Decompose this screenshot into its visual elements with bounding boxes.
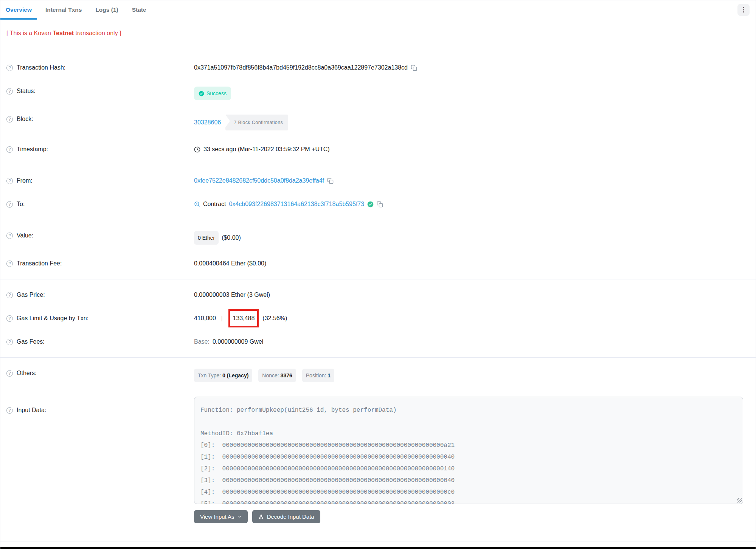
nonce-badge: Nonce: 3376 [258,369,296,382]
help-icon[interactable]: ? [6,407,13,414]
resize-handle-icon[interactable] [737,498,742,502]
to-contract-prefix: Contract [203,200,226,209]
help-icon[interactable]: ? [6,116,13,123]
help-icon[interactable]: ? [6,339,13,345]
row-label-group: ? Timestamp: [6,145,194,154]
testnet-warning: [ This is a Kovan Testnet transaction on… [0,19,756,48]
kebab-menu-button[interactable]: ⋮ [737,4,750,16]
row-label-group: ? Value: [6,231,194,240]
divider [0,52,756,52]
row-others: ? Others: Txn Type: 0 (Legacy) Nonce: 33… [0,361,756,389]
row-block: ? Block: 30328606 7 Block Confirmations [0,107,756,138]
help-icon[interactable]: ? [6,146,13,153]
gas-limit-usage-label: Gas Limit & Usage by Txn: [17,314,88,323]
timestamp-value: 33 secs ago (Mar-11-2022 03:59:32 PM +UT… [203,145,330,154]
status-label: Status: [17,87,36,96]
row-from: ? From: 0xfee7522e8482682cf50ddc50a0f8da… [0,169,756,192]
nonce-badge-label: Nonce: [262,372,279,378]
row-label-group: ? Transaction Hash: [6,63,194,72]
copy-icon [377,201,383,208]
tab-overview[interactable]: Overview [0,0,37,19]
status-badge: Success [194,87,231,100]
gas-fees-base-value: 0.000000009 Gwei [213,337,263,346]
row-input-data: ? Input Data: Function: performUpkeep(ui… [0,389,756,530]
copy-button[interactable] [327,178,334,184]
check-circle-icon [199,91,204,96]
tab-logs-label: Logs (1) [95,6,118,13]
nonce-badge-value: 3376 [281,372,292,378]
verified-check-icon [367,201,374,208]
block-confirmations-badge: 7 Block Confirmations [225,115,288,130]
help-icon[interactable]: ? [6,88,13,95]
view-input-as-label: View Input As [200,513,234,520]
row-status: ? Status: Success [0,79,756,107]
copy-button[interactable] [377,201,383,208]
help-icon[interactable]: ? [6,370,13,377]
transaction-hash-label: Transaction Hash: [17,63,65,72]
row-value: 30328606 7 Block Confirmations [194,115,750,130]
divider [0,541,756,541]
input-data-actions: View Input As Decode Input Data [194,510,743,523]
row-value: Base: 0.000000009 Gwei [194,337,750,346]
help-icon[interactable]: ? [6,178,13,184]
row-label-group: ? To: [6,200,194,209]
gas-fees-base-label: Base: [194,337,210,346]
timestamp-label: Timestamp: [17,145,48,154]
row-value: Txn Type: 0 (Legacy) Nonce: 3376 Positio… [194,369,750,382]
from-address-link[interactable]: 0xfee7522e8482682cf50ddc50a0f8da2a39effa… [194,176,324,185]
view-input-as-button[interactable]: View Input As [194,510,248,523]
divider [0,165,756,165]
divider [0,279,756,279]
position-badge-value: 1 [328,372,331,378]
row-value-amount: ? Value: 0 Ether ($0.00) [0,224,756,252]
help-icon[interactable]: ? [6,261,13,267]
tab-state[interactable]: State [127,0,152,19]
row-value: 0.000400464 Ether ($0.00) [194,259,750,268]
help-icon[interactable]: ? [6,315,13,322]
row-transaction-hash: ? Transaction Hash: 0x371a51097fb78df856… [0,56,756,79]
transaction-details-card: Overview Internal Txns Logs (1) State ⋮ … [0,0,756,549]
row-value: Contract 0x4cb093f226983713164a62138c3f7… [194,200,750,209]
row-gas-fees: ? Gas Fees: Base: 0.000000009 Gwei [0,330,756,354]
tab-bar: Overview Internal Txns Logs (1) State ⋮ [0,0,756,19]
block-number-link[interactable]: 30328606 [194,118,221,127]
help-icon[interactable]: ? [6,65,13,71]
txn-type-badge: Txn Type: 0 (Legacy) [194,369,252,382]
position-badge-label: Position: [306,372,326,378]
transaction-fee-label: Transaction Fee: [17,259,62,268]
row-label-group: ? Input Data: [6,406,194,415]
clock-icon [194,146,200,153]
row-label-group: ? Transaction Fee: [6,259,194,268]
decode-icon [258,514,264,520]
to-address-link[interactable]: 0x4cb093f226983713164a62138c3f718a5b595f… [229,200,364,209]
to-label: To: [17,200,25,209]
row-value: 0x371a51097fb78df856f8b4a7bd459f192d8cc8… [194,63,750,72]
kebab-icon: ⋮ [740,6,747,13]
help-icon[interactable]: ? [6,233,13,239]
help-icon[interactable]: ? [6,201,13,208]
row-value: 0.000000003 Ether (3 Gwei) [194,290,750,299]
zoom-in-icon[interactable] [194,201,200,207]
transaction-hash-value: 0x371a51097fb78df856f8b4a7bd459f192d8cc8… [194,63,408,72]
usd-value: ($0.00) [222,233,241,242]
divider [0,220,756,220]
block-label: Block: [17,115,33,124]
help-icon[interactable]: ? [6,292,13,298]
input-data-box[interactable]: Function: performUpkeep(uint256 id, byte… [194,397,743,504]
tab-internal-txns[interactable]: Internal Txns [40,0,87,19]
position-badge: Position: 1 [302,369,334,382]
gas-used-percent: (32.56%) [262,314,287,323]
others-label: Others: [17,369,36,378]
copy-button[interactable] [411,65,417,71]
tab-state-label: State [132,6,146,13]
testnet-warning-suffix: transaction only ] [74,30,121,36]
row-label-group: ? Others: [6,369,194,378]
gas-separator: | [219,314,225,323]
row-gas-price: ? Gas Price: 0.000000003 Ether (3 Gwei) [0,283,756,307]
decode-input-data-button[interactable]: Decode Input Data [252,510,320,523]
testnet-warning-bold: Testnet [53,30,74,36]
status-badge-label: Success [206,89,227,98]
row-timestamp: ? Timestamp: 33 secs ago (Mar-11-2022 03… [0,138,756,161]
input-data-label: Input Data: [17,406,46,415]
tab-logs[interactable]: Logs (1) [90,0,123,19]
